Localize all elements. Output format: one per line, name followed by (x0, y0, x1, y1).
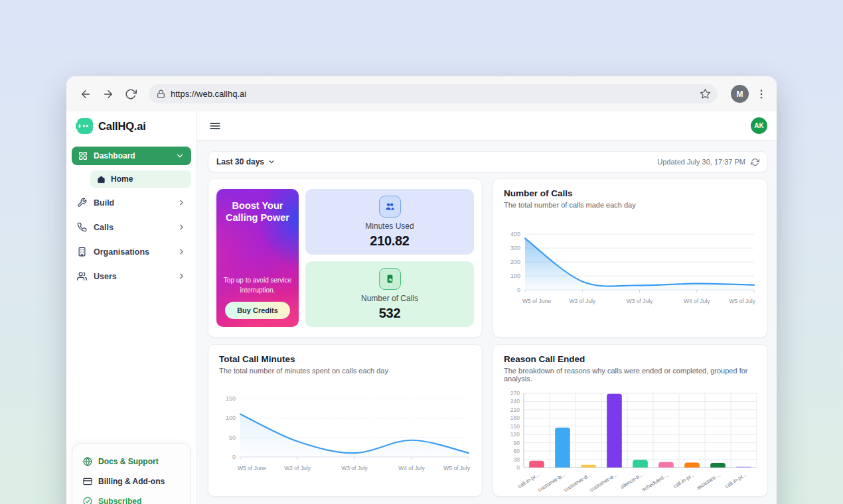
browser-profile-avatar[interactable]: M (731, 85, 749, 103)
chart-title: Number of Calls (504, 188, 757, 198)
svg-text:silence-ti...: silence-ti... (619, 472, 644, 490)
reload-button[interactable] (119, 83, 142, 105)
svg-text:call.in-pr...: call.in-pr... (724, 472, 748, 489)
browser-window: https://web.callhq.ai M CallHQ.ai (66, 76, 777, 504)
lock-icon (157, 90, 165, 98)
overview-card: Boost Your Calling Power Top up to avoid… (208, 178, 483, 338)
svg-text:customer-b...: customer-b... (537, 472, 566, 493)
total-call-minutes-chart: 050100150W5 of JuneW2 of JulyW3 of JulyW… (219, 395, 473, 475)
svg-text:W3 of July: W3 of July (627, 298, 653, 304)
chevron-right-icon (177, 272, 186, 281)
sidebar-item-users[interactable]: Users (72, 264, 191, 288)
check-circle-icon (83, 497, 92, 504)
calls-icon-box (379, 268, 401, 290)
sidebar-item-label: Docs & Support (98, 457, 159, 466)
svg-text:60: 60 (514, 448, 520, 454)
sidebar-item-subscribed[interactable]: Subscribed (83, 491, 180, 504)
sidebar-item-home[interactable]: Home (90, 170, 191, 188)
reason-call-ended-chart: 0306090120150180210240270call.in-pr...cu… (504, 388, 758, 497)
svg-text:200: 200 (510, 259, 520, 265)
users-icon (77, 271, 87, 281)
sidebar-item-label: Subscribed (98, 497, 141, 504)
svg-text:scheduled-...: scheduled-... (641, 472, 670, 493)
svg-text:assistant-...: assistant-... (696, 472, 722, 491)
svg-text:90: 90 (514, 440, 520, 446)
svg-text:100: 100 (226, 414, 236, 421)
stat-label: Number of Calls (361, 294, 418, 303)
sidebar-nav: Dashboard Home Build Calls (66, 141, 196, 288)
svg-text:W5 of July: W5 of July (443, 465, 470, 472)
sidebar-item-docs-support[interactable]: Docs & Support (83, 452, 180, 472)
svg-text:150: 150 (510, 423, 520, 430)
svg-text:50: 50 (229, 434, 236, 441)
arrow-right-icon (102, 88, 114, 100)
svg-text:W5 of June: W5 of June (238, 465, 266, 472)
chevron-right-icon (177, 247, 186, 256)
dashboard-content: Last 30 days Updated July 30, 17:37 PM B… (197, 141, 777, 504)
sidebar-item-dashboard[interactable]: Dashboard (72, 147, 191, 165)
chevron-right-icon (177, 198, 186, 207)
updated-status: Updated July 30, 17:37 PM (657, 158, 759, 166)
app-topbar: AK (197, 111, 777, 141)
promo-title: Boost Your Calling Power (223, 200, 292, 223)
svg-text:0: 0 (516, 464, 520, 471)
stat-tiles: Minutes Used 210.82 Number of Calls 532 (305, 189, 474, 327)
svg-text:400: 400 (510, 231, 520, 237)
svg-text:W2 of July: W2 of July (569, 298, 595, 304)
callhq-logo-icon (76, 117, 93, 135)
sidebar-item-label: Calls (94, 223, 114, 232)
sidebar-item-calls[interactable]: Calls (72, 215, 191, 239)
phone-icon (77, 222, 87, 232)
date-range-label: Last 30 days (216, 157, 264, 166)
svg-text:180: 180 (510, 414, 520, 421)
browser-menu-icon[interactable] (755, 88, 767, 100)
app-root: CallHQ.ai Dashboard Home Build (66, 111, 777, 504)
sidebar: CallHQ.ai Dashboard Home Build (66, 111, 197, 504)
sidebar-item-organisations[interactable]: Organisations (72, 239, 191, 264)
refresh-icon[interactable] (751, 158, 759, 166)
svg-text:customer-e...: customer-e... (589, 472, 618, 493)
building-icon (77, 247, 87, 257)
hamburger-menu-icon[interactable] (209, 120, 221, 132)
chevron-right-icon (177, 223, 186, 231)
arrow-left-icon (80, 88, 92, 100)
reload-icon (125, 88, 137, 100)
date-range-dropdown[interactable]: Last 30 days (216, 157, 275, 166)
sidebar-item-label: Build (94, 198, 114, 208)
sidebar-item-billing[interactable]: Billing & Add-ons (83, 472, 180, 491)
svg-text:120: 120 (510, 431, 520, 438)
buy-credits-button[interactable]: Buy Credits (225, 302, 290, 319)
stat-label: Minutes Used (365, 221, 414, 231)
build-tools-icon (77, 198, 87, 208)
svg-text:210: 210 (510, 407, 520, 413)
stat-value: 532 (379, 306, 400, 321)
minutes-used-tile: Minutes Used 210.82 (305, 189, 474, 255)
number-of-calls-chart: 0100200300400W5 of JuneW2 of JulyW3 of J… (504, 230, 758, 308)
bookmark-star-icon[interactable] (700, 88, 711, 99)
svg-text:270: 270 (510, 390, 520, 397)
dashboard-row-1: Boost Your Calling Power Top up to avoid… (208, 178, 768, 338)
sidebar-item-label: Home (111, 174, 133, 184)
back-button[interactable] (74, 83, 97, 105)
globe-icon (83, 457, 92, 466)
sidebar-item-label: Organisations (94, 247, 149, 257)
svg-text:W2 of July: W2 of July (284, 465, 311, 472)
url-text: https://web.callhq.ai (171, 89, 700, 99)
svg-text:call.in-pr...: call.in-pr... (517, 472, 541, 489)
sidebar-item-build[interactable]: Build (72, 190, 191, 215)
promo-subtitle: Top up to avoid service interruption. (223, 275, 292, 295)
credit-card-icon (83, 477, 92, 486)
address-bar[interactable]: https://web.callhq.ai (149, 84, 718, 103)
forward-button[interactable] (97, 83, 119, 105)
updated-label: Updated July 30, 17:37 PM (657, 158, 745, 166)
phonebook-icon (384, 273, 396, 284)
svg-text:300: 300 (510, 245, 520, 251)
sidebar-footer-card: Docs & Support Billing & Add-ons Subscri… (72, 443, 191, 504)
chart-subtitle: The breakdown of reasons why calls were … (504, 367, 757, 383)
svg-text:100: 100 (510, 273, 520, 279)
chart-subtitle: The total number of minutes spent on cal… (219, 367, 471, 375)
filter-bar: Last 30 days Updated July 30, 17:37 PM (208, 151, 768, 172)
user-avatar[interactable]: AK (751, 117, 767, 134)
svg-text:0: 0 (232, 454, 236, 460)
svg-text:W4 of July: W4 of July (398, 465, 425, 472)
